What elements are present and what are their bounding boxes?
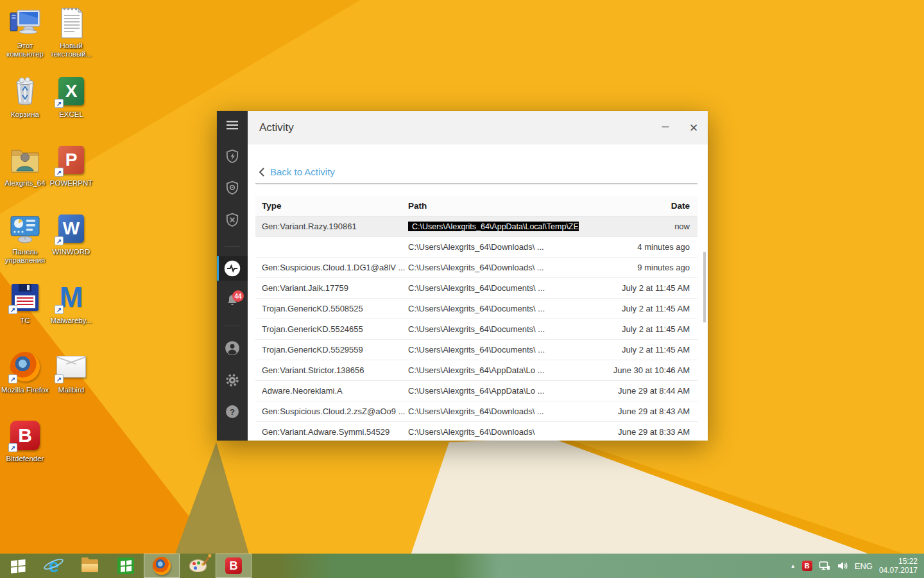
windows-store-icon (117, 557, 134, 574)
desktop-icon-label: Mozilla Firefox (1, 386, 49, 394)
desktop-icon-total-commander[interactable]: ↗ TC (0, 280, 50, 325)
taskbar-firefox[interactable] (144, 554, 180, 578)
shield-tools-icon[interactable] (217, 208, 248, 232)
desktop-icon-label: POWERPNT (50, 179, 92, 188)
desktop-icon-new-text-document[interactable]: Новый текстовый... (46, 5, 96, 58)
tray-clock[interactable]: 15:22 04.07.2017 (879, 557, 918, 575)
taskbar-internet-explorer[interactable]: e (36, 554, 72, 578)
threat-type-cell: Gen:Variant.Adware.Symmi.54529 (262, 427, 408, 437)
svg-text:?: ? (230, 407, 235, 417)
account-icon[interactable] (217, 336, 248, 360)
taskbar-bitdefender[interactable]: B (216, 554, 252, 578)
bitdefender-icon: B (225, 557, 242, 574)
sidebar-divider (225, 246, 240, 247)
desktop-icon-label: Новый текстовый... (46, 42, 96, 58)
desktop-icon-label: Корзина (11, 110, 39, 119)
firefox-icon (153, 557, 171, 575)
desktop-icon-mailbird[interactable]: ↗ Mailbird (46, 349, 96, 394)
menu-icon[interactable] (217, 116, 248, 135)
recycle-bin-icon (8, 74, 42, 109)
bitdefender-activity-window: 44 ? Activity – (217, 111, 708, 441)
desktop-icon-label: TC (20, 317, 30, 325)
shortcut-arrow-icon: ↗ (8, 443, 17, 452)
threat-type-cell: Gen:Variant.Razy.190861 (262, 222, 408, 231)
taskbar-paint[interactable] (180, 554, 216, 578)
desktop-icon-excel[interactable]: X ↗ EXCEL (46, 74, 96, 119)
table-row[interactable]: Trojan.GenericKD.5529559 C:\Users\Alexgr… (255, 340, 697, 360)
table-row[interactable]: Gen:Variant.Adware.Symmi.54529 C:\Users\… (255, 422, 697, 441)
shortcut-arrow-icon: ↗ (55, 168, 64, 177)
threat-type-cell: Gen:Suspicious.Cloud.1.DG1@a8lV ... (262, 263, 408, 272)
table-scrollbar[interactable] (703, 252, 706, 322)
threat-date-cell: June 29 at 8:44 AM (579, 386, 697, 396)
table-row[interactable]: Gen:Suspicious.Cloud.1.DG1@a8lV ... C:\U… (255, 258, 697, 278)
desktop-icon-label: Этот компьютер (0, 42, 50, 58)
taskbar-empty-area (252, 554, 791, 578)
threat-path-cell: C:\Users\Alexgrits_64\AppData\Lo ... (408, 365, 579, 375)
tray-bitdefender-icon[interactable]: B (802, 561, 812, 571)
table-row[interactable]: C:\Users\Alexgrits_64\Downloads\ ... 4 m… (255, 237, 697, 258)
desktop-icon-firefox[interactable]: ↗ Mozilla Firefox (0, 349, 50, 394)
threat-date-cell: June 29 at 8:33 AM (579, 427, 697, 437)
shortcut-arrow-icon: ↗ (55, 236, 64, 245)
window-title: Activity (259, 121, 651, 134)
settings-gear-icon[interactable] (217, 368, 248, 392)
threat-date-cell: 4 minutes ago (579, 242, 697, 252)
envelope-icon: ↗ (54, 349, 89, 384)
control-panel-icon (8, 211, 42, 246)
threat-type-cell: Trojan.GenericKD.5508525 (262, 304, 408, 313)
threat-date-cell: 9 minutes ago (579, 263, 697, 272)
threat-path-cell: C:\Users\Alexgrits_64\Documents\ ... (408, 283, 579, 293)
shortcut-arrow-icon: ↗ (8, 305, 17, 314)
shield-bolt-icon[interactable] (217, 144, 248, 169)
floppy-icon: ↗ (8, 280, 42, 315)
table-row[interactable]: Adware.Neoreklami.A C:\Users\Alexgrits_6… (255, 381, 697, 401)
desktop-icon-this-pc[interactable]: Этот компьютер (0, 5, 50, 58)
table-row[interactable]: Gen:Variant.Razy.190861 C:\Users\Alexgri… (255, 216, 697, 237)
desktop-icon-malwarebytes[interactable]: M ↗ Malwareby... (46, 280, 96, 325)
desktop-icon-bitdefender[interactable]: B ↗ Bitdefender (0, 418, 50, 463)
notifications-bell-icon[interactable]: 44 (217, 288, 248, 313)
shortcut-arrow-icon: ↗ (55, 99, 64, 108)
internet-explorer-icon: e (44, 557, 64, 575)
table-row[interactable]: Trojan.GenericKD.5508525 C:\Users\Alexgr… (255, 299, 697, 319)
activity-pulse-icon[interactable] (217, 256, 248, 281)
threat-date-cell: July 2 at 11:45 AM (579, 283, 697, 293)
threat-date-cell: July 2 at 11:45 AM (579, 304, 697, 313)
user-folder-icon (8, 143, 42, 177)
desktop-icon-user-folder[interactable]: Alexgrits_64 (0, 143, 50, 188)
threat-type-cell: Adware.Neoreklami.A (262, 386, 408, 396)
threat-date-cell: July 2 at 11:45 AM (579, 345, 697, 355)
back-to-activity-link[interactable]: Back to Activity (259, 166, 335, 177)
desktop-icon-recycle-bin[interactable]: Корзина (0, 74, 50, 119)
desktop-icon-label: Malwareby... (51, 317, 92, 325)
threat-path-cell: C:\Users\Alexgrits_64\Downloads\ ... (408, 242, 579, 252)
taskbar-file-explorer[interactable] (72, 554, 108, 578)
table-row[interactable]: Trojan.GenericKD.5524655 C:\Users\Alexgr… (255, 319, 697, 340)
tray-volume-icon[interactable] (837, 561, 848, 571)
close-button[interactable]: ✕ (680, 111, 708, 144)
desktop-icon-powerpoint[interactable]: P ↗ POWERPNT (46, 143, 96, 188)
window-sidebar: 44 ? (217, 111, 248, 441)
desktop-icon-label: Bitdefender (6, 455, 44, 463)
start-button[interactable] (0, 554, 36, 578)
table-row[interactable]: Gen:Suspicious.Cloud.2.zsZ@aOo9 ... C:\U… (255, 401, 697, 422)
table-row[interactable]: Gen:Variant.Jaik.17759 C:\Users\Alexgrit… (255, 278, 697, 299)
help-icon[interactable]: ? (217, 399, 248, 424)
window-content: Back to Activity Type Path Date Gen:Vari… (248, 144, 708, 441)
taskbar-windows-store[interactable] (108, 554, 144, 578)
shield-eye-icon[interactable] (217, 176, 248, 200)
excel-icon: X ↗ (54, 74, 89, 109)
desktop-icon-control-panel[interactable]: Панель управления (0, 211, 50, 265)
table-row[interactable]: Gen:Variant.Strictor.138656 C:\Users\Ale… (255, 360, 697, 381)
folder-icon (81, 559, 98, 572)
tray-network-icon[interactable] (819, 561, 830, 571)
desktop-icon-word[interactable]: W ↗ WINWORD (46, 211, 96, 256)
threat-date-cell: June 29 at 8:43 AM (579, 407, 697, 416)
tray-expand-arrow-icon[interactable]: ▲ (791, 563, 796, 569)
shortcut-arrow-icon: ↗ (8, 374, 17, 383)
tray-language-indicator[interactable]: ENG (855, 561, 873, 571)
tray-date: 04.07.2017 (879, 566, 918, 575)
minimize-button[interactable]: – (651, 111, 680, 144)
window-main: Activity – ✕ Back to Activity Type Path … (248, 111, 708, 441)
